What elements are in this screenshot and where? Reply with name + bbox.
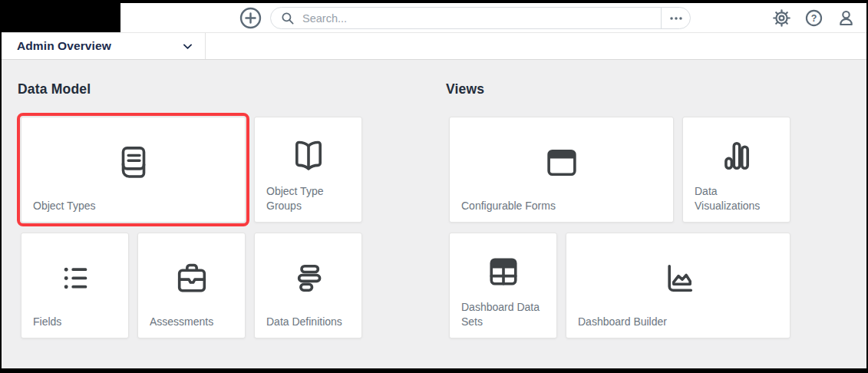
chart-area-icon: [566, 233, 790, 315]
top-bar-actions: ?: [773, 3, 855, 32]
workspace-dropdown[interactable]: Admin Overview: [2, 33, 206, 59]
card-object-types[interactable]: Object Types: [21, 117, 246, 223]
top-bar: ?: [2, 3, 866, 33]
bar-chart-icon: [683, 117, 790, 184]
plus-circle-icon: [239, 7, 262, 29]
card-label: Data Visualizations: [683, 184, 790, 222]
table-icon: [450, 233, 556, 300]
section-data-model: Data Model Object Types Object Type Grou…: [21, 60, 362, 338]
card-data-definitions[interactable]: Data Definitions: [254, 233, 362, 338]
chevron-down-icon: [181, 40, 194, 53]
card-label: Dashboard Data Sets: [450, 300, 556, 338]
views-card-grid: Configurable Forms Data Visualizations D…: [449, 117, 790, 338]
book-open-icon: [255, 117, 361, 184]
card-dashboard-data-sets[interactable]: Dashboard Data Sets: [449, 233, 557, 338]
settings-button[interactable]: [773, 9, 790, 27]
section-title: Data Model: [18, 81, 362, 97]
workspace-dropdown-label: Admin Overview: [17, 39, 111, 53]
search-icon: [280, 11, 295, 25]
card-dashboard-builder[interactable]: Dashboard Builder: [566, 233, 790, 338]
card-label: Assessments: [138, 315, 245, 338]
card-label: Object Type Groups: [255, 184, 361, 222]
svg-text:?: ?: [811, 12, 817, 23]
section-title: Views: [446, 81, 790, 97]
card-fields[interactable]: Fields: [21, 233, 129, 338]
search-bar: [270, 7, 691, 29]
card-data-visualizations[interactable]: Data Visualizations: [682, 117, 790, 223]
workspace-nav-row: Admin Overview: [2, 33, 866, 60]
card-label: Configurable Forms: [450, 199, 673, 222]
section-views: Views Configurable Forms Data Visualizat…: [449, 60, 790, 338]
ellipsis-icon: [668, 10, 685, 27]
search-input[interactable]: [301, 8, 661, 28]
card-label: Data Definitions: [255, 315, 361, 338]
card-label: Dashboard Builder: [566, 315, 790, 338]
profile-button[interactable]: [837, 9, 855, 27]
card-label: Fields: [21, 315, 128, 338]
help-icon: ?: [805, 9, 823, 27]
gear-icon: [773, 9, 790, 27]
briefcase-icon: [138, 233, 245, 315]
card-configurable-forms[interactable]: Configurable Forms: [449, 117, 674, 223]
logo-area: [2, 3, 120, 32]
card-object-type-groups[interactable]: Object Type Groups: [254, 117, 362, 223]
window-icon: [450, 117, 673, 199]
person-icon: [837, 9, 855, 27]
data-model-card-grid: Object Types Object Type Groups Fields A…: [21, 117, 362, 338]
list-icon: [21, 233, 128, 315]
data-definitions-icon: [255, 233, 361, 315]
help-button[interactable]: ?: [805, 9, 823, 27]
create-new-button[interactable]: [239, 7, 262, 29]
more-options-button[interactable]: [661, 8, 690, 28]
card-label: Object Types: [21, 199, 245, 222]
app-window: ? Admin Overview Data Model Object Ty: [2, 3, 866, 368]
book-icon: [21, 117, 245, 199]
admin-overview-content: Data Model Object Types Object Type Grou…: [2, 60, 866, 368]
card-assessments[interactable]: Assessments: [137, 233, 246, 338]
